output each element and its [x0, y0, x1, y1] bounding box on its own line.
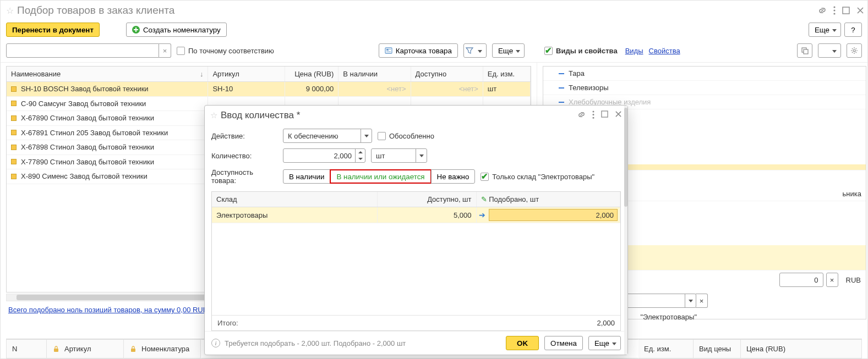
availability-label: Доступность товара: [211, 168, 277, 185]
clear-mini-button[interactable]: × [826, 273, 838, 287]
dialog-hint-text: Требуется подобрать - 2,000 шт. Подобран… [225, 339, 406, 347]
tree-item-label: Тара [569, 69, 585, 78]
settings-button[interactable] [847, 43, 862, 58]
seg-in-stock-or-expected[interactable]: В наличии или ожидается [330, 169, 431, 184]
help-button[interactable]: ? [844, 23, 862, 37]
action-combo[interactable]: К обеспечению [283, 129, 372, 143]
table-row[interactable]: SH-10 BOSCH Завод бытовой техникиSH-109 … [7, 82, 531, 97]
svg-rect-9 [804, 49, 808, 54]
chevron-down-icon [416, 149, 427, 162]
kebab-icon[interactable] [592, 111, 594, 120]
folder-node-icon [11, 101, 17, 106]
funnel-icon [466, 47, 473, 54]
summary-link[interactable]: Всего подобрано ноль позиций товаров, на… [8, 306, 208, 314]
quantity-stepper[interactable]: 2,000 [283, 148, 365, 163]
chevron-down-icon [361, 129, 372, 142]
search-input[interactable] [10, 46, 155, 56]
folder-node-icon [11, 174, 17, 179]
more-button[interactable]: Еще [809, 23, 841, 37]
dialog-more-button[interactable]: Еще [588, 336, 621, 350]
tree-node-icon [559, 87, 564, 89]
kinds-link[interactable]: Виды [625, 47, 643, 55]
dcol-picked[interactable]: ✎ Подобрано, шт [476, 192, 620, 207]
link-icon[interactable] [577, 111, 586, 120]
add-group-button[interactable] [818, 43, 841, 58]
product-card-button[interactable]: Карточка товара [379, 43, 458, 58]
picked-col-pricetype[interactable]: Вид цены [694, 339, 741, 358]
favorite-star-icon[interactable]: ☆ [6, 5, 14, 16]
picked-col-n[interactable]: N [6, 339, 47, 358]
transfer-to-document-button[interactable]: Перенести в документ [6, 23, 100, 37]
exact-match-checkbox[interactable]: По точному соответствию [177, 47, 274, 55]
col-sku[interactable]: Артикул [208, 67, 285, 82]
props-link[interactable]: Свойства [649, 47, 680, 55]
search-wrap: × [6, 43, 171, 58]
col-name[interactable]: Наименование↓ [7, 67, 208, 82]
ok-button[interactable]: OK [506, 336, 539, 350]
col-stock[interactable]: В наличии [339, 67, 411, 82]
card-icon [385, 47, 392, 54]
pencil-icon: ✎ [481, 195, 487, 203]
picked-input[interactable]: 2,000 [489, 209, 618, 221]
unit-combo[interactable]: шт [371, 148, 427, 163]
picked-col-unit[interactable]: Ед. изм. [638, 339, 694, 358]
svg-rect-11 [54, 349, 58, 352]
tree-node-icon [559, 102, 564, 103]
col-price[interactable]: Цена (RUB) [285, 67, 339, 82]
favorite-star-icon[interactable]: ☆ [210, 111, 217, 120]
checkbox-icon [544, 47, 553, 55]
window-title: Подбор товаров в заказ клиента [17, 4, 174, 16]
maximize-icon[interactable] [842, 7, 850, 14]
picked-col-sku[interactable]: Артикул [47, 339, 124, 358]
scrollbar-thumb[interactable] [624, 108, 627, 207]
create-nomenclature-button[interactable]: Создать номенклатуру [126, 23, 227, 37]
svg-point-14 [593, 114, 594, 115]
picked-col-nom[interactable]: Номенклатура [124, 339, 201, 358]
zero-input[interactable]: 0 [779, 273, 823, 287]
close-icon[interactable] [615, 111, 622, 120]
picked-col-price[interactable]: Цена (RUB) [741, 339, 862, 358]
spin-down-icon[interactable] [356, 156, 365, 162]
dialog-scrollbar[interactable] [624, 106, 627, 355]
tree-item[interactable]: Телевизоры [543, 81, 866, 95]
drow-warehouse: Электротовары [212, 207, 377, 223]
kinds-props-checkbox[interactable]: Виды и свойства [544, 47, 618, 55]
currency-label: RUB [846, 276, 861, 284]
spin-up-icon[interactable] [356, 149, 365, 156]
clear-mini-button[interactable]: × [696, 294, 708, 308]
cancel-button[interactable]: Отмена [544, 336, 583, 350]
tree-item-label: Телевизоры [569, 84, 609, 92]
dialog-table-row[interactable]: Электротовары 5,000 ➔ 2,000 [212, 207, 620, 223]
svg-point-1 [833, 9, 835, 11]
product-card-label: Карточка товара [396, 47, 452, 55]
svg-rect-16 [602, 111, 608, 117]
search-input-wrap[interactable] [6, 43, 159, 58]
arrow-right-icon[interactable]: ➔ [479, 211, 485, 219]
dcol-available[interactable]: Доступно, шт [377, 192, 476, 207]
dcol-warehouse[interactable]: Склад [212, 192, 377, 207]
svg-rect-3 [843, 7, 849, 14]
dialog-title: Ввод количества * [221, 110, 300, 121]
only-warehouse-checkbox[interactable]: Только склад "Электротовары" [481, 173, 594, 181]
copy-panel-button[interactable] [797, 43, 812, 58]
seg-in-stock[interactable]: В наличии [283, 169, 330, 184]
svg-point-2 [833, 13, 835, 14]
svg-point-15 [593, 117, 594, 119]
tree-item[interactable]: Тара [543, 67, 866, 81]
drow-picked-cell[interactable]: ➔ 2,000 [476, 207, 620, 223]
filter-more-button[interactable]: Еще [492, 43, 525, 58]
warehouse-stub: "Электротовары" [640, 313, 697, 321]
filter-funnel-button[interactable] [463, 43, 487, 58]
col-unit[interactable]: Ед. изм. [483, 67, 530, 82]
col-avail[interactable]: Доступно [411, 67, 483, 82]
filter-toolbar: × По точному соответствию Карточка товар… [1, 41, 867, 63]
kebab-icon[interactable] [833, 6, 836, 15]
search-clear-button[interactable]: × [159, 43, 171, 58]
isolated-checkbox[interactable]: Обособленно [378, 132, 434, 140]
maximize-icon[interactable] [601, 111, 608, 120]
qty-value: 2,000 [283, 149, 355, 162]
drow-available: 5,000 [377, 207, 476, 223]
link-icon[interactable] [818, 6, 827, 15]
seg-any[interactable]: Не важно [431, 169, 476, 184]
close-icon[interactable] [856, 7, 864, 14]
